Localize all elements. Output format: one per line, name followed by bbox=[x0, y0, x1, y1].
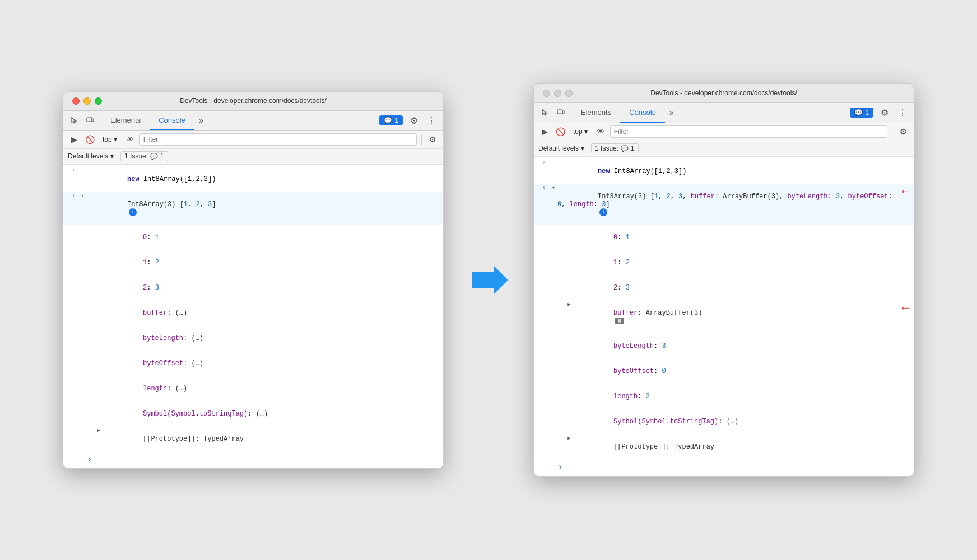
left-issues-badge[interactable]: 1 Issue: 💬 1 bbox=[120, 151, 168, 161]
left-settings-icon[interactable]: ⚙ bbox=[407, 114, 421, 127]
left-tab-elements[interactable]: Elements bbox=[101, 110, 150, 130]
right-content-5: 2: 3 bbox=[573, 276, 909, 300]
right-issue-icon: 💬 bbox=[621, 145, 629, 152]
right-expand-6[interactable]: ▶ bbox=[565, 301, 573, 307]
svg-marker-2 bbox=[472, 266, 508, 294]
right-content-9: length: 3 bbox=[573, 385, 909, 408]
right-content-7: byteLength: 3 bbox=[573, 334, 909, 358]
right-traffic-lights bbox=[543, 90, 573, 97]
right-red-arrow-2: ← bbox=[902, 301, 909, 315]
left-device-icon[interactable] bbox=[83, 114, 97, 127]
right-prompt-content[interactable]: › bbox=[557, 463, 909, 473]
left-top-dropdown[interactable]: top ▾ bbox=[99, 134, 120, 144]
left-levels-arrow: ▾ bbox=[110, 152, 114, 160]
left-info-icon[interactable]: i bbox=[129, 208, 137, 216]
left-expand-2[interactable]: ▾ bbox=[79, 193, 87, 199]
right-filter-input[interactable] bbox=[610, 125, 887, 138]
left-minimize-button[interactable] bbox=[83, 97, 91, 105]
right-tab-bar-right: 💬 1 ⚙ ⋮ bbox=[850, 106, 909, 119]
right-expand-1[interactable] bbox=[550, 160, 557, 165]
left-content-8: byteOffset: (…) bbox=[103, 352, 439, 375]
right-tab-elements[interactable]: Elements bbox=[572, 102, 620, 123]
left-issue-icon: 💬 bbox=[150, 153, 158, 160]
left-separator bbox=[421, 134, 422, 145]
right-prop-buffer: ▶ buffer: ArrayBuffer(3) ▦ ← bbox=[534, 301, 914, 334]
right-close-button[interactable] bbox=[543, 90, 550, 97]
right-expand-2[interactable]: ▾ bbox=[550, 185, 557, 191]
left-prop-symbol: Symbol(Symbol.toStringTag): (…) bbox=[63, 402, 443, 427]
right-tab-overflow[interactable]: » bbox=[665, 108, 678, 117]
svg-rect-1 bbox=[92, 119, 94, 122]
left-filter-input[interactable] bbox=[139, 133, 417, 146]
left-more-icon[interactable]: ⋮ bbox=[425, 114, 439, 127]
left-tab-icons bbox=[68, 114, 97, 127]
right-content-8: byteOffset: 0 bbox=[573, 360, 909, 383]
right-content-2: Int8Array(3) [1, 2, 3, buffer: ArrayBuff… bbox=[557, 185, 900, 224]
right-prop-2: 2: 3 bbox=[534, 276, 914, 301]
right-block-icon[interactable]: 🚫 bbox=[554, 125, 566, 138]
direction-arrow bbox=[466, 263, 511, 297]
right-more-icon[interactable]: ⋮ bbox=[896, 106, 909, 119]
left-prop-2: 2: 3 bbox=[63, 276, 443, 301]
left-default-levels[interactable]: Default levels ▾ bbox=[68, 152, 114, 160]
left-tab-bar: Elements Console » 💬 1 ⚙ ⋮ bbox=[63, 111, 443, 131]
right-eye-icon[interactable]: 👁 bbox=[594, 125, 607, 138]
left-prompt-content[interactable]: › bbox=[87, 455, 439, 465]
left-prop-prototype: ▶ [[Prototype]]: TypedArray bbox=[63, 427, 443, 452]
left-tab-bar-right: 💬 1 ⚙ ⋮ bbox=[379, 114, 439, 127]
right-title-bar: DevTools - developer.chrome.com/docs/dev… bbox=[534, 84, 914, 103]
right-minimize-button[interactable] bbox=[554, 90, 561, 97]
left-gutter-1: › bbox=[68, 167, 79, 174]
right-run-icon[interactable]: ▶ bbox=[538, 125, 551, 138]
right-tab-console[interactable]: Console bbox=[620, 102, 665, 123]
right-issues-badge[interactable]: 1 Issue: 💬 1 bbox=[591, 143, 639, 153]
left-content-6: buffer: (…) bbox=[103, 301, 439, 325]
left-console-toolbar: ▶ 🚫 top ▾ 👁 ⚙ bbox=[63, 131, 443, 149]
right-prop-byteLength: byteLength: 3 bbox=[534, 334, 914, 359]
right-tab-icons bbox=[538, 106, 567, 119]
left-gutter-2: ‹ bbox=[68, 193, 79, 199]
right-console-content: › new Int8Array([1,2,3]) ‹ ▾ Int8Array(3… bbox=[534, 157, 914, 476]
left-tab-console[interactable]: Console bbox=[150, 110, 194, 130]
left-block-icon[interactable]: 🚫 bbox=[83, 133, 96, 146]
right-cursor-icon[interactable] bbox=[538, 106, 552, 119]
left-message-badge[interactable]: 💬 1 bbox=[379, 115, 403, 125]
right-message-icon: 💬 bbox=[854, 109, 863, 116]
left-prop-1: 1: 2 bbox=[63, 250, 443, 276]
right-info-icon[interactable]: i bbox=[599, 208, 607, 216]
right-expand-11[interactable]: ▶ bbox=[565, 435, 573, 441]
left-maximize-button[interactable] bbox=[95, 97, 102, 105]
left-gear-icon[interactable]: ⚙ bbox=[426, 133, 439, 146]
right-gutter-1: › bbox=[538, 160, 550, 166]
right-default-levels[interactable]: Default levels ▾ bbox=[538, 144, 584, 152]
left-eye-icon[interactable]: 👁 bbox=[124, 133, 136, 146]
right-content-4: 1: 2 bbox=[573, 251, 909, 274]
left-command-line: › new Int8Array([1,2,3]) bbox=[63, 167, 443, 192]
right-devtools-window: DevTools - developer.chrome.com/docs/dev… bbox=[533, 83, 914, 477]
left-prompt: › bbox=[63, 454, 443, 466]
right-prop-length: length: 3 bbox=[534, 384, 914, 409]
right-issues-bar: Default levels ▾ 1 Issue: 💬 1 bbox=[534, 141, 914, 157]
right-dropdown-arrow: ▾ bbox=[584, 128, 588, 136]
right-device-icon[interactable] bbox=[554, 106, 567, 119]
right-tab-bar: Elements Console » 💬 1 ⚙ ⋮ bbox=[534, 103, 914, 123]
left-cursor-icon[interactable] bbox=[68, 114, 81, 127]
right-prop-0: 0: 1 bbox=[534, 225, 914, 250]
right-prop-prototype: ▶ [[Prototype]]: TypedArray bbox=[534, 435, 914, 460]
left-tab-overflow[interactable]: » bbox=[194, 116, 208, 125]
right-gear-icon[interactable]: ⚙ bbox=[897, 125, 909, 138]
left-expand-11[interactable]: ▶ bbox=[95, 427, 103, 433]
left-run-icon[interactable]: ▶ bbox=[68, 133, 80, 146]
right-gutter-2: ‹ bbox=[538, 185, 550, 191]
right-maximize-button[interactable] bbox=[565, 90, 573, 97]
right-settings-icon[interactable]: ⚙ bbox=[878, 106, 891, 119]
right-top-dropdown[interactable]: top ▾ bbox=[570, 127, 591, 137]
left-expand-1[interactable] bbox=[79, 167, 87, 173]
left-close-button[interactable] bbox=[72, 97, 80, 105]
left-content-4: 1: 2 bbox=[103, 251, 439, 274]
right-prop-symbol: Symbol(Symbol.toStringTag): (…) bbox=[534, 409, 914, 435]
right-red-arrow-1: ← bbox=[902, 185, 909, 199]
left-traffic-lights bbox=[72, 97, 102, 105]
right-message-badge[interactable]: 💬 1 bbox=[850, 108, 873, 118]
left-content-2: Int8Array(3) [1, 2, 3] i bbox=[87, 193, 439, 224]
